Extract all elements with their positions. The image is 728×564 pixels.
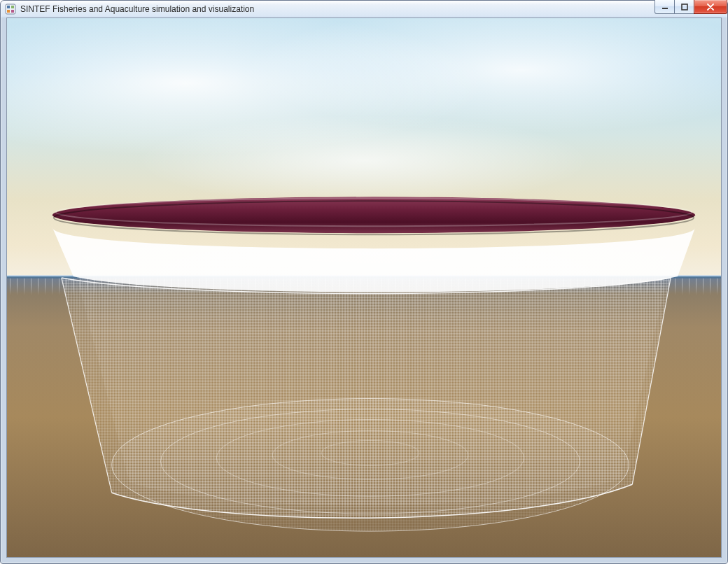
net-cage bbox=[7, 18, 721, 557]
maximize-button[interactable] bbox=[674, 0, 694, 14]
titlebar[interactable]: SINTEF Fisheries and Aquaculture simulat… bbox=[1, 1, 727, 17]
minimize-icon bbox=[662, 3, 668, 10]
svg-rect-4 bbox=[11, 10, 14, 13]
float-ring bbox=[52, 197, 695, 234]
close-button[interactable] bbox=[694, 0, 727, 14]
viewport[interactable] bbox=[6, 17, 722, 558]
net-wall-front bbox=[62, 278, 671, 518]
minimize-button[interactable] bbox=[654, 0, 674, 14]
scene-3d bbox=[7, 18, 721, 557]
svg-rect-2 bbox=[11, 6, 14, 8]
application-window: SINTEF Fisheries and Aquaculture simulat… bbox=[0, 0, 728, 564]
caption-buttons bbox=[654, 0, 727, 14]
svg-rect-3 bbox=[7, 10, 10, 13]
close-icon bbox=[706, 3, 715, 10]
maximize-icon bbox=[681, 3, 688, 10]
svg-rect-1 bbox=[7, 6, 10, 8]
window-title: SINTEF Fisheries and Aquaculture simulat… bbox=[20, 1, 726, 17]
svg-rect-6 bbox=[682, 4, 687, 10]
app-icon bbox=[5, 3, 16, 15]
svg-rect-5 bbox=[662, 8, 668, 9]
